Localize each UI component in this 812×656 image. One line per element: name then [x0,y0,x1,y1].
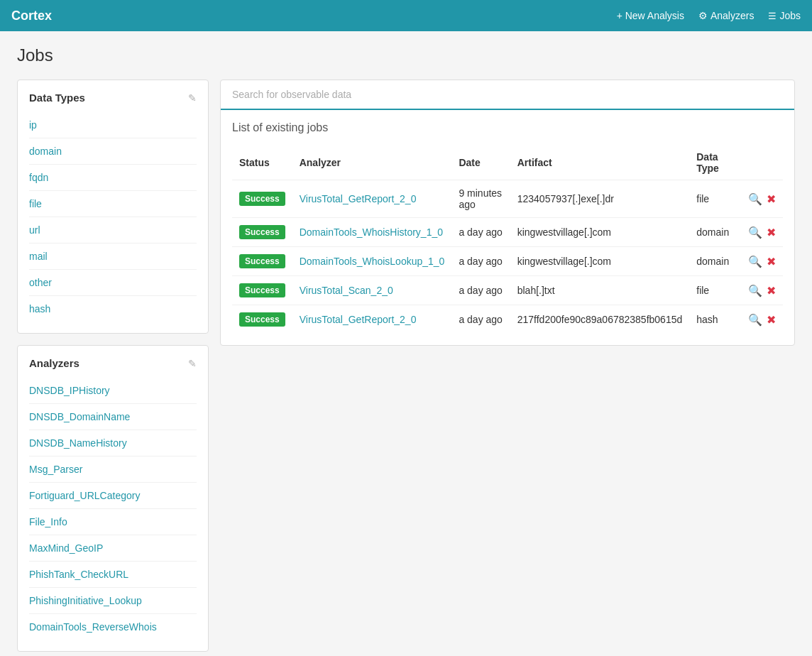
jobs-list-container: List of existing jobs Status Analyzer Da… [221,110,794,345]
cell-date: a day ago [451,276,510,305]
cell-artifact: kingwestvillage[.]com [510,218,690,247]
sidebar-analyzer-item[interactable]: PhishTank_CheckURL [29,562,197,588]
table-row: SuccessDomainTools_WhoisLookup_1_0a day … [232,247,783,276]
cell-analyzer: VirusTotal_GetReport_2_0 [292,305,452,334]
action-icons: 🔍✖ [748,226,776,239]
sidebar-analyzer-item[interactable]: Fortiguard_URLCategory [29,483,197,509]
cell-data-type: file [689,180,741,218]
search-input[interactable] [232,89,783,100]
status-badge: Success [239,225,285,239]
cell-status: Success [232,247,292,276]
cell-actions: 🔍✖ [741,180,783,218]
sidebar-data-type-item[interactable]: domain [29,138,197,165]
col-date: Date [451,146,510,180]
cell-data-type: file [689,276,741,305]
search-bar-container [221,80,794,110]
delete-icon[interactable]: ✖ [767,226,776,239]
cell-actions: 🔍✖ [741,305,783,334]
data-types-list: ipdomainfqdnfileurlmailotherhash [29,112,197,322]
cell-analyzer: VirusTotal_Scan_2_0 [292,276,452,305]
sidebar-analyzer-item[interactable]: DNSDB_DomainName [29,404,197,430]
search-icon[interactable]: 🔍 [748,313,762,327]
col-artifact: Artifact [510,146,690,180]
analyzer-link[interactable]: VirusTotal_GetReport_2_0 [300,193,417,204]
jobs-label: Jobs [779,10,801,21]
cell-status: Success [232,305,292,334]
analyzer-link[interactable]: VirusTotal_GetReport_2_0 [300,314,417,325]
gear-icon: ⚙ [698,10,708,21]
analyzer-link[interactable]: VirusTotal_Scan_2_0 [300,285,393,296]
sidebar-analyzer-item[interactable]: DNSDB_NameHistory [29,430,197,457]
table-row: SuccessVirusTotal_Scan_2_0a day agoblah[… [232,276,783,305]
cell-actions: 🔍✖ [741,247,783,276]
cell-artifact: blah[.]txt [510,276,690,305]
search-icon[interactable]: 🔍 [748,255,762,268]
analyzer-link[interactable]: DomainTools_WhoisHistory_1_0 [300,226,443,238]
new-analysis-button[interactable]: + New Analysis [617,10,684,21]
jobs-table: Status Analyzer Date Artifact Data Type … [232,146,783,334]
jobs-button[interactable]: ☰ Jobs [768,10,801,21]
cell-data-type: domain [689,247,741,276]
sidebar-analyzer-item[interactable]: DomainTools_ReverseWhois [29,614,197,640]
status-badge: Success [239,283,285,297]
cell-status: Success [232,218,292,247]
sidebar-analyzer-item[interactable]: DNSDB_IPHistory [29,378,197,404]
sidebar-data-type-item[interactable]: url [29,217,197,244]
action-icons: 🔍✖ [748,284,776,297]
cell-actions: 🔍✖ [741,276,783,305]
cell-analyzer: VirusTotal_GetReport_2_0 [292,180,452,218]
sidebar-data-type-item[interactable]: hash [29,296,197,322]
sidebar-data-type-item[interactable]: file [29,191,197,217]
col-data-type: Data Type [689,146,741,180]
analyzer-link[interactable]: DomainTools_WhoisLookup_1_0 [300,256,445,267]
col-status: Status [232,146,292,180]
delete-icon[interactable]: ✖ [767,284,776,297]
jobs-table-header-row: Status Analyzer Date Artifact Data Type [232,146,783,180]
cell-date: a day ago [451,247,510,276]
delete-icon[interactable]: ✖ [767,192,776,206]
cell-status: Success [232,276,292,305]
action-icons: 🔍✖ [748,192,776,206]
jobs-icon: ☰ [768,11,777,21]
jobs-table-body: SuccessVirusTotal_GetReport_2_09 minutes… [232,180,783,334]
cell-status: Success [232,180,292,218]
search-icon[interactable]: 🔍 [748,284,762,297]
sidebar-data-type-item[interactable]: fqdn [29,165,197,191]
cell-data-type: domain [689,218,741,247]
analyzers-section: Analyzers ✎ DNSDB_IPHistoryDNSDB_DomainN… [17,345,209,652]
sidebar-analyzer-item[interactable]: File_Info [29,509,197,535]
search-icon[interactable]: 🔍 [748,226,762,239]
col-actions [741,146,783,180]
analyzers-header: Analyzers ✎ [29,357,197,369]
table-row: SuccessVirusTotal_GetReport_2_09 minutes… [232,180,783,218]
data-types-header: Data Types ✎ [29,92,197,104]
cell-date: a day ago [451,305,510,334]
delete-icon[interactable]: ✖ [767,255,776,268]
delete-icon[interactable]: ✖ [767,313,776,327]
navbar-actions: + New Analysis ⚙ Analyzers ☰ Jobs [617,10,801,21]
sidebar-analyzer-item[interactable]: PhishingInitiative_Lookup [29,588,197,614]
brand-logo[interactable]: Cortex [11,9,52,23]
analyzers-label: Analyzers [710,10,754,21]
cell-data-type: hash [689,305,741,334]
sidebar-data-type-item[interactable]: other [29,270,197,296]
analyzers-edit-icon[interactable]: ✎ [188,358,197,369]
search-icon[interactable]: 🔍 [748,192,762,206]
page-container: Jobs Data Types ✎ ipdomainfqdnfileurlmai… [0,31,812,656]
table-row: SuccessDomainTools_WhoisHistory_1_0a day… [232,218,783,247]
jobs-list-title: List of existing jobs [232,121,783,134]
sidebar: Data Types ✎ ipdomainfqdnfileurlmailothe… [17,80,209,652]
sidebar-analyzer-item[interactable]: MaxMind_GeoIP [29,535,197,562]
status-badge: Success [239,192,285,206]
data-types-edit-icon[interactable]: ✎ [188,92,197,104]
content-layout: Data Types ✎ ipdomainfqdnfileurlmailothe… [17,80,795,652]
sidebar-data-type-item[interactable]: ip [29,112,197,138]
status-badge: Success [239,312,285,327]
sidebar-analyzer-item[interactable]: Msg_Parser [29,457,197,483]
analyzers-button[interactable]: ⚙ Analyzers [698,10,754,21]
action-icons: 🔍✖ [748,255,776,268]
sidebar-data-type-item[interactable]: mail [29,244,197,270]
jobs-table-head: Status Analyzer Date Artifact Data Type [232,146,783,180]
cell-date: 9 minutes ago [451,180,510,218]
cell-artifact: 1234057937[.]exe[.]dr [510,180,690,218]
